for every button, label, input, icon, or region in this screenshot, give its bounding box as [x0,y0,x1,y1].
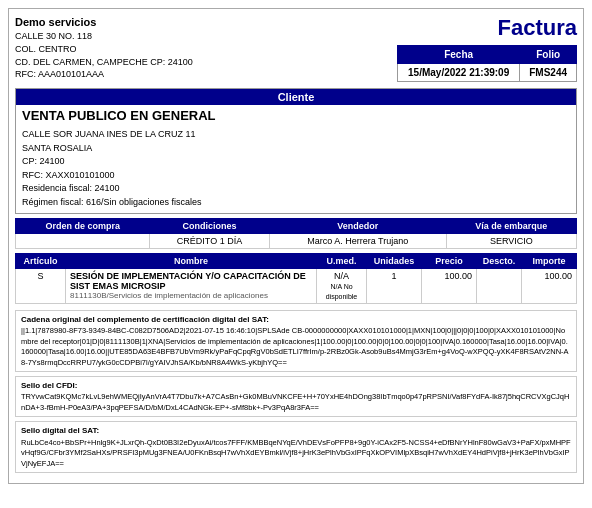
factura-block: Factura Fecha Folio 15/May/2022 21:39:09… [397,15,577,82]
col-unidades: Unidades [367,254,422,269]
invoice-container: Demo servicios CALLE 30 NO. 118 COL. CEN… [8,8,584,484]
sello-sat-section: Sello digital del SAT: RuLbCe4co+BbSPr+H… [15,421,577,473]
order-col2-header: Condiciones [150,219,270,234]
col-descto: Descto. [477,254,522,269]
fecha-folio-table: Fecha Folio 15/May/2022 21:39:09 FMS244 [397,45,577,82]
cliente-address: CALLE SOR JUANA INES DE LA CRUZ 11 [22,128,570,142]
order-col1-value [16,234,150,249]
cliente-residencia: Residencia fiscal: 24100 [22,182,570,196]
sello-cfdi-title: Sello del CFDI: [21,380,571,391]
col-importe: Importe [522,254,577,269]
order-table: Orden de compra Condiciones Vendedor Vía… [15,218,577,249]
company-rfc: RFC: AAA010101AAA [15,68,193,81]
items-table: Artículo Nombre U.med. Unidades Precio D… [15,253,577,304]
item-umed: N/AN/A No disponible [317,269,367,304]
sello-sat-title: Sello digital del SAT: [21,425,571,436]
cliente-cp: CP: 24100 [22,155,570,169]
item-importe: 100.00 [522,269,577,304]
fecha-value: 15/May/2022 21:39:09 [398,64,520,82]
company-address3: CD. DEL CARMEN, CAMPECHE CP: 24100 [15,56,193,69]
item-nombre: SESIÓN DE IMPLEMENTACIÓN Y/O CAPACITACIÓ… [66,269,317,304]
order-col3-value: Marco A. Herrera Trujano [269,234,446,249]
item-precio: 100.00 [422,269,477,304]
cliente-details: CALLE SOR JUANA INES DE LA CRUZ 11 SANTA… [16,126,576,213]
item-unidades: 1 [367,269,422,304]
folio-value: FMS244 [520,64,577,82]
cliente-name: VENTA PUBLICO EN GENERAL [16,105,576,126]
col-precio: Precio [422,254,477,269]
col-nombre: Nombre [66,254,317,269]
order-col1-header: Orden de compra [16,219,150,234]
sello-sat-value: RuLbCe4co+BbSPr+Hnlg9K+JLxrQh-QxDt0B3I2e… [21,438,571,470]
col-articulo: Artículo [16,254,66,269]
header-row: Demo servicios CALLE 30 NO. 118 COL. CEN… [15,15,577,82]
cliente-regimen: Régimen fiscal: 616/Sin obligaciones fis… [22,196,570,210]
cliente-header: Cliente [16,89,576,105]
sello-cfdi-value: TRYvwCat9KQMc7kLvL9ehWMEQjIyAnVrA4T7Dbu7… [21,392,571,413]
cliente-section: Cliente VENTA PUBLICO EN GENERAL CALLE S… [15,88,577,214]
factura-title: Factura [498,15,577,41]
folio-header: Folio [520,46,577,64]
company-name: Demo servicios [15,15,193,30]
cliente-city: SANTA ROSALIA [22,142,570,156]
order-col3-header: Vendedor [269,219,446,234]
cadena-title: Cadena original del complemento de certi… [21,314,571,325]
company-address1: CALLE 30 NO. 118 [15,30,193,43]
order-col2-value: CRÉDITO 1 DÍA [150,234,270,249]
item-articulo: S [16,269,66,304]
order-col4-header: Vía de embarque [446,219,576,234]
company-info: Demo servicios CALLE 30 NO. 118 COL. CEN… [15,15,193,81]
order-col4-value: SERVICIO [446,234,576,249]
item-descto [477,269,522,304]
cadena-section: Cadena original del complemento de certi… [15,310,577,372]
cadena-value: ||1.1|7878980-8F73-9349-84BC-C082D7506AD… [21,326,571,368]
col-umed: U.med. [317,254,367,269]
cliente-rfc: RFC: XAXX010101000 [22,169,570,183]
table-row: S SESIÓN DE IMPLEMENTACIÓN Y/O CAPACITAC… [16,269,577,304]
fecha-header: Fecha [398,46,520,64]
sello-cfdi-section: Sello del CFDI: TRYvwCat9KQMc7kLvL9ehWME… [15,376,577,417]
company-address2: COL. CENTRO [15,43,193,56]
